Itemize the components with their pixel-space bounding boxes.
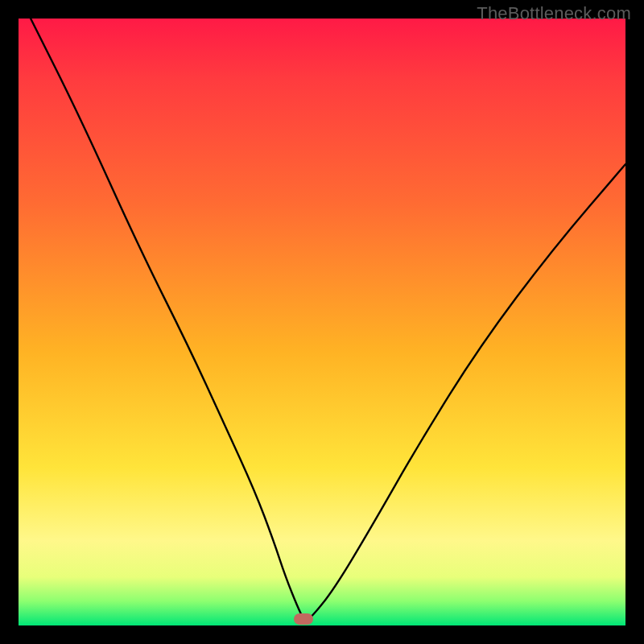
chart-container: TheBottleneck.com [0,0,644,644]
plot-area [19,19,625,625]
optimum-marker [294,613,313,625]
watermark-text: TheBottleneck.com [477,3,631,24]
bottleneck-curve [19,19,625,625]
